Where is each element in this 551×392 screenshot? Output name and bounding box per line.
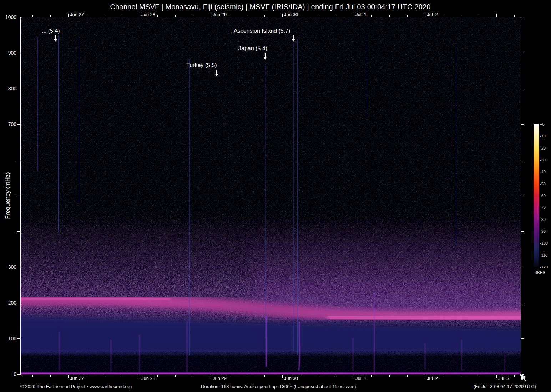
x-axis-bottom-label: Jun 29: [213, 376, 227, 381]
x-axis-minor-tick: [193, 375, 193, 377]
y-axis-tick-right: [521, 267, 524, 267]
annotation-label: Japan (5.4): [238, 45, 267, 52]
y-axis-tick: [17, 124, 20, 125]
down-arrow-icon: [54, 35, 57, 42]
x-axis-top-label: Jun 27: [70, 12, 84, 17]
y-axis-tick-label: 200: [0, 300, 16, 306]
x-axis-minor-tick: [193, 15, 193, 17]
x-axis-day-tick: [354, 14, 354, 17]
x-axis-minor-tick: [461, 15, 461, 17]
x-axis-minor-tick: [247, 375, 247, 377]
y-axis-tick: [17, 196, 20, 196]
x-axis-minor-tick: [104, 375, 104, 377]
x-axis-minor-tick: [336, 375, 336, 377]
x-axis-minor-tick: [122, 15, 122, 17]
x-axis-minor-tick: [122, 375, 122, 377]
y-axis-tick: [17, 374, 20, 375]
x-axis-minor-tick: [175, 15, 176, 17]
y-axis-tick-right: [521, 53, 524, 53]
x-axis-day-tick: [282, 14, 283, 17]
y-axis-tick: [17, 160, 20, 160]
x-axis-day-tick: [496, 375, 497, 378]
colorbar-tick-label: -90: [540, 229, 546, 233]
down-arrow-icon: [263, 53, 267, 60]
y-axis-tick-label: 1000: [0, 14, 16, 20]
y-axis-tick-label: 0: [0, 371, 16, 377]
page-title: Channel MSVF | Monasavu, Fiji (seismic) …: [20, 3, 520, 11]
x-axis-minor-tick: [32, 375, 33, 377]
x-axis-day-tick: [282, 375, 283, 378]
x-axis-day-tick: [354, 375, 354, 378]
y-axis-tick-right: [521, 303, 524, 303]
x-axis-bottom-label: Jul 2: [427, 376, 438, 381]
y-axis-tick-label: 300: [0, 264, 16, 270]
x-axis-bottom-label: Jul 3: [498, 376, 509, 381]
y-axis-tick: [17, 231, 20, 232]
spectrogram-plot-area: [20, 17, 521, 375]
x-axis-minor-tick: [407, 15, 408, 17]
x-axis-bottom-label: Jun 30: [284, 376, 298, 381]
x-axis-top-label: Jun 30: [284, 12, 298, 17]
x-axis-top-label: Jul 2: [427, 12, 438, 17]
x-axis-minor-tick: [264, 375, 265, 377]
x-axis-minor-tick: [247, 15, 247, 17]
x-axis-minor-tick: [86, 15, 86, 17]
colorbar-tick-label: -110: [540, 253, 547, 257]
x-axis-top-label: Jul 1: [355, 12, 367, 17]
x-axis-bottom-label: Jul 1: [355, 376, 367, 381]
x-axis-minor-tick: [50, 375, 51, 377]
x-axis-minor-tick: [229, 15, 229, 17]
y-axis-tick: [17, 17, 20, 17]
x-axis-bottom-label: Jun 27: [70, 376, 84, 381]
footer-duration: Duration=168 hours. Audio speed-up=1800×…: [154, 384, 404, 389]
x-axis-minor-tick: [32, 15, 33, 17]
y-axis-tick-right: [521, 160, 524, 160]
colorbar-unit-label: dBFS: [535, 270, 545, 275]
x-axis-minor-tick: [479, 375, 479, 377]
x-axis-day-tick: [140, 14, 140, 17]
x-axis-minor-tick: [300, 15, 300, 17]
x-axis-minor-tick: [389, 15, 390, 17]
x-axis-minor-tick: [461, 375, 461, 377]
annotation-label: Ascension Island (5.7): [234, 28, 290, 34]
x-axis-minor-tick: [86, 375, 86, 377]
x-axis-minor-tick: [157, 375, 158, 377]
x-axis-minor-tick: [336, 15, 336, 17]
y-axis-tick: [17, 267, 20, 267]
x-axis-top-label: Jun 29: [213, 12, 227, 17]
x-axis-minor-tick: [371, 15, 372, 17]
y-axis-tick-right: [521, 196, 524, 196]
y-axis-tick: [17, 338, 20, 339]
colorbar-tick-label: -20: [540, 146, 546, 150]
x-axis-minor-tick: [318, 375, 318, 377]
annotation-label: ... (5.4): [42, 28, 60, 34]
y-axis-tick: [17, 53, 20, 53]
colorbar-tick-label: -120: [540, 265, 548, 269]
x-axis-day-tick: [425, 375, 425, 378]
colorbar-tick-label: -100: [540, 241, 548, 245]
page: { "title": "Channel MSVF | Monasavu, Fij…: [0, 0, 551, 392]
x-axis-day-tick: [211, 14, 211, 17]
y-axis-title: Frequency (mHz): [4, 172, 11, 219]
x-axis-minor-tick: [407, 375, 408, 377]
x-axis-minor-tick: [443, 15, 443, 17]
x-axis-day-tick: [68, 375, 69, 378]
y-axis-tick-label: 100: [0, 336, 16, 341]
colorbar-tick-label: -50: [540, 182, 546, 186]
colorbar-tick-label: -10: [540, 134, 546, 138]
y-axis-tick-right: [521, 89, 524, 89]
x-axis-minor-tick: [264, 15, 265, 17]
colorbar-tick-label: -80: [540, 217, 546, 222]
down-arrow-icon: [292, 35, 295, 42]
x-axis-minor-tick: [104, 15, 104, 17]
colorbar-tick-label: +0: [540, 122, 545, 126]
footer-copyright: © 2020 The Earthsound Project • www.eart…: [20, 384, 132, 389]
x-axis-day-tick: [425, 14, 425, 17]
x-axis-minor-tick: [514, 375, 515, 377]
x-axis-minor-tick: [443, 375, 443, 377]
y-axis-tick-label: 800: [0, 86, 16, 91]
colorbar-tick-label: -70: [540, 205, 546, 210]
y-axis-tick: [17, 89, 20, 89]
annotation-label: Turkey (5.5): [186, 62, 217, 69]
y-axis-tick-right: [521, 17, 524, 17]
